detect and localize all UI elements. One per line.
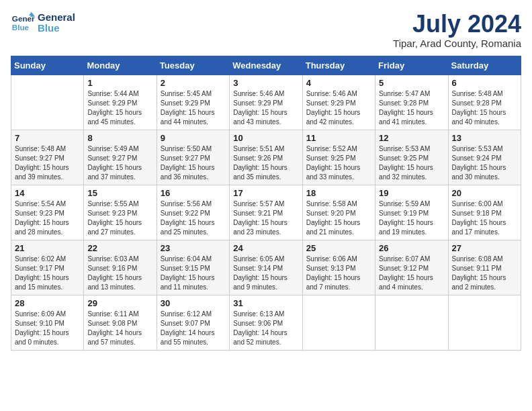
day-number: 10 xyxy=(233,133,298,143)
day-number: 19 xyxy=(379,188,444,198)
calendar-week-row: 28Sunrise: 6:09 AM Sunset: 9:10 PM Dayli… xyxy=(11,295,521,350)
calendar-cell: 18Sunrise: 5:58 AM Sunset: 9:20 PM Dayli… xyxy=(302,185,375,240)
cell-sun-info: Sunrise: 5:48 AM Sunset: 9:27 PM Dayligh… xyxy=(15,144,80,182)
cell-sun-info: Sunrise: 6:12 AM Sunset: 9:07 PM Dayligh… xyxy=(161,310,226,347)
day-number: 3 xyxy=(233,78,298,88)
day-number: 23 xyxy=(161,243,226,253)
day-number: 24 xyxy=(233,243,298,253)
logo: General Blue General Blue xyxy=(11,11,75,35)
weekday-header-sunday: Sunday xyxy=(11,56,84,75)
day-number: 30 xyxy=(161,298,226,308)
cell-sun-info: Sunrise: 5:50 AM Sunset: 9:27 PM Dayligh… xyxy=(161,144,226,182)
cell-sun-info: Sunrise: 5:53 AM Sunset: 9:24 PM Dayligh… xyxy=(452,144,517,182)
day-number: 8 xyxy=(87,133,152,143)
day-number: 27 xyxy=(452,243,517,253)
weekday-header-row: SundayMondayTuesdayWednesdayThursdayFrid… xyxy=(11,56,521,75)
day-number: 15 xyxy=(87,188,152,198)
logo-general: General xyxy=(38,12,75,24)
day-number: 14 xyxy=(15,188,80,198)
day-number: 9 xyxy=(161,133,226,143)
weekday-header-friday: Friday xyxy=(375,56,448,75)
cell-sun-info: Sunrise: 6:11 AM Sunset: 9:08 PM Dayligh… xyxy=(87,310,152,347)
weekday-header-thursday: Thursday xyxy=(302,56,375,75)
calendar-cell xyxy=(448,295,521,350)
day-number: 28 xyxy=(15,298,80,308)
calendar-cell: 15Sunrise: 5:55 AM Sunset: 9:23 PM Dayli… xyxy=(84,185,157,240)
cell-sun-info: Sunrise: 6:05 AM Sunset: 9:14 PM Dayligh… xyxy=(233,255,298,292)
day-number: 4 xyxy=(306,78,371,88)
logo-icon: General Blue xyxy=(11,11,35,35)
calendar-cell: 28Sunrise: 6:09 AM Sunset: 9:10 PM Dayli… xyxy=(11,295,84,350)
calendar-cell: 4Sunrise: 5:46 AM Sunset: 9:29 PM Daylig… xyxy=(302,75,375,130)
calendar-cell: 23Sunrise: 6:04 AM Sunset: 9:15 PM Dayli… xyxy=(157,240,229,295)
cell-sun-info: Sunrise: 6:02 AM Sunset: 9:17 PM Dayligh… xyxy=(15,255,80,292)
calendar-cell: 24Sunrise: 6:05 AM Sunset: 9:14 PM Dayli… xyxy=(230,240,302,295)
calendar-cell: 21Sunrise: 6:02 AM Sunset: 9:17 PM Dayli… xyxy=(11,240,84,295)
calendar-cell: 7Sunrise: 5:48 AM Sunset: 9:27 PM Daylig… xyxy=(11,130,84,185)
calendar-cell: 16Sunrise: 5:56 AM Sunset: 9:22 PM Dayli… xyxy=(157,185,229,240)
month-year-title: July 2024 xyxy=(393,11,521,38)
calendar-cell: 3Sunrise: 5:46 AM Sunset: 9:29 PM Daylig… xyxy=(230,75,302,130)
day-number: 16 xyxy=(161,188,226,198)
cell-sun-info: Sunrise: 6:04 AM Sunset: 9:15 PM Dayligh… xyxy=(161,255,226,292)
cell-sun-info: Sunrise: 5:56 AM Sunset: 9:22 PM Dayligh… xyxy=(161,199,226,237)
day-number: 29 xyxy=(87,298,152,308)
calendar-table: SundayMondayTuesdayWednesdayThursdayFrid… xyxy=(11,56,521,351)
cell-sun-info: Sunrise: 5:53 AM Sunset: 9:25 PM Dayligh… xyxy=(379,144,444,182)
cell-sun-info: Sunrise: 5:49 AM Sunset: 9:27 PM Dayligh… xyxy=(87,144,152,182)
cell-sun-info: Sunrise: 5:58 AM Sunset: 9:20 PM Dayligh… xyxy=(306,199,371,237)
cell-sun-info: Sunrise: 5:47 AM Sunset: 9:28 PM Dayligh… xyxy=(379,89,444,127)
calendar-week-row: 1Sunrise: 5:44 AM Sunset: 9:29 PM Daylig… xyxy=(11,75,521,130)
calendar-cell: 22Sunrise: 6:03 AM Sunset: 9:16 PM Dayli… xyxy=(84,240,157,295)
logo-blue: Blue xyxy=(38,23,75,34)
weekday-header-monday: Monday xyxy=(84,56,157,75)
cell-sun-info: Sunrise: 5:59 AM Sunset: 9:19 PM Dayligh… xyxy=(379,199,444,237)
location-subtitle: Tipar, Arad County, Romania xyxy=(393,38,521,49)
cell-sun-info: Sunrise: 6:09 AM Sunset: 9:10 PM Dayligh… xyxy=(15,310,80,347)
calendar-week-row: 7Sunrise: 5:48 AM Sunset: 9:27 PM Daylig… xyxy=(11,130,521,185)
cell-sun-info: Sunrise: 5:57 AM Sunset: 9:21 PM Dayligh… xyxy=(233,199,298,237)
cell-sun-info: Sunrise: 5:48 AM Sunset: 9:28 PM Dayligh… xyxy=(452,89,517,127)
page-header: General Blue General Blue July 2024 Tipa… xyxy=(11,11,521,49)
calendar-cell: 2Sunrise: 5:45 AM Sunset: 9:29 PM Daylig… xyxy=(157,75,229,130)
day-number: 2 xyxy=(161,78,226,88)
day-number: 22 xyxy=(87,243,152,253)
svg-text:Blue: Blue xyxy=(12,23,30,32)
calendar-cell xyxy=(11,75,84,130)
calendar-cell: 27Sunrise: 6:08 AM Sunset: 9:11 PM Dayli… xyxy=(448,240,521,295)
weekday-header-saturday: Saturday xyxy=(448,56,521,75)
calendar-cell: 10Sunrise: 5:51 AM Sunset: 9:26 PM Dayli… xyxy=(230,130,302,185)
calendar-cell: 12Sunrise: 5:53 AM Sunset: 9:25 PM Dayli… xyxy=(375,130,448,185)
calendar-cell: 26Sunrise: 6:07 AM Sunset: 9:12 PM Dayli… xyxy=(375,240,448,295)
cell-sun-info: Sunrise: 6:06 AM Sunset: 9:13 PM Dayligh… xyxy=(306,255,371,292)
calendar-cell: 13Sunrise: 5:53 AM Sunset: 9:24 PM Dayli… xyxy=(448,130,521,185)
day-number: 31 xyxy=(233,298,298,308)
title-block: July 2024 Tipar, Arad County, Romania xyxy=(393,11,521,49)
calendar-cell: 9Sunrise: 5:50 AM Sunset: 9:27 PM Daylig… xyxy=(157,130,229,185)
calendar-cell: 29Sunrise: 6:11 AM Sunset: 9:08 PM Dayli… xyxy=(84,295,157,350)
calendar-cell: 14Sunrise: 5:54 AM Sunset: 9:23 PM Dayli… xyxy=(11,185,84,240)
calendar-week-row: 21Sunrise: 6:02 AM Sunset: 9:17 PM Dayli… xyxy=(11,240,521,295)
day-number: 21 xyxy=(15,243,80,253)
cell-sun-info: Sunrise: 6:08 AM Sunset: 9:11 PM Dayligh… xyxy=(452,255,517,292)
calendar-cell xyxy=(375,295,448,350)
calendar-cell: 30Sunrise: 6:12 AM Sunset: 9:07 PM Dayli… xyxy=(157,295,229,350)
day-number: 12 xyxy=(379,133,444,143)
day-number: 5 xyxy=(379,78,444,88)
day-number: 13 xyxy=(452,133,517,143)
calendar-cell: 5Sunrise: 5:47 AM Sunset: 9:28 PM Daylig… xyxy=(375,75,448,130)
day-number: 26 xyxy=(379,243,444,253)
calendar-cell: 17Sunrise: 5:57 AM Sunset: 9:21 PM Dayli… xyxy=(230,185,302,240)
cell-sun-info: Sunrise: 6:07 AM Sunset: 9:12 PM Dayligh… xyxy=(379,255,444,292)
day-number: 18 xyxy=(306,188,371,198)
cell-sun-info: Sunrise: 5:52 AM Sunset: 9:25 PM Dayligh… xyxy=(306,144,371,182)
cell-sun-info: Sunrise: 6:00 AM Sunset: 9:18 PM Dayligh… xyxy=(452,199,517,237)
cell-sun-info: Sunrise: 6:13 AM Sunset: 9:06 PM Dayligh… xyxy=(233,310,298,347)
day-number: 11 xyxy=(306,133,371,143)
day-number: 6 xyxy=(452,78,517,88)
calendar-cell: 1Sunrise: 5:44 AM Sunset: 9:29 PM Daylig… xyxy=(84,75,157,130)
day-number: 25 xyxy=(306,243,371,253)
cell-sun-info: Sunrise: 5:44 AM Sunset: 9:29 PM Dayligh… xyxy=(87,89,152,127)
calendar-cell: 19Sunrise: 5:59 AM Sunset: 9:19 PM Dayli… xyxy=(375,185,448,240)
cell-sun-info: Sunrise: 5:51 AM Sunset: 9:26 PM Dayligh… xyxy=(233,144,298,182)
